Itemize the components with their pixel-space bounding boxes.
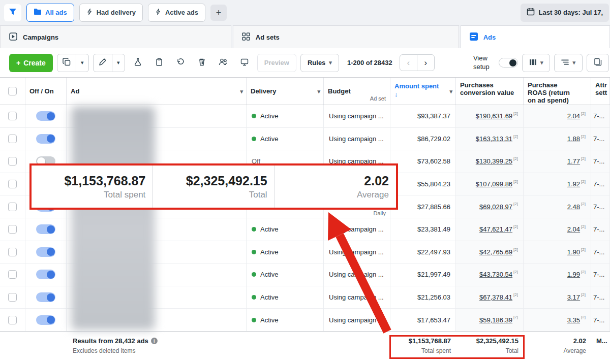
- chevron-down-icon[interactable]: ▾: [449, 87, 452, 95]
- clipboard-button[interactable]: [150, 54, 168, 72]
- roas-link[interactable]: 3.35: [567, 316, 580, 324]
- prev-page-button[interactable]: ‹: [400, 54, 417, 71]
- row-checkbox[interactable]: [8, 112, 17, 120]
- average-roas-label: Average: [529, 347, 586, 354]
- tab-label: Campaigns: [23, 34, 58, 41]
- view-setup-control: View setup: [473, 54, 518, 71]
- row-checkbox[interactable]: [8, 270, 17, 279]
- create-button[interactable]: + Create: [9, 54, 53, 72]
- table-row[interactable]: Active Using campaign ... $86,729.02 $16…: [0, 128, 610, 151]
- info-icon[interactable]: i: [151, 338, 158, 344]
- conversion-value-link[interactable]: $69,028.97: [479, 203, 512, 211]
- table-row[interactable]: Active Using campaign ... $93,387.37 $19…: [0, 105, 610, 128]
- filter-button[interactable]: [4, 4, 21, 21]
- row-checkbox[interactable]: [8, 180, 17, 188]
- row-checkbox[interactable]: [8, 203, 17, 211]
- roas-link[interactable]: 1.77: [567, 157, 580, 165]
- callout-total-spent-value: $1,153,768.87: [64, 174, 145, 188]
- tab-active-ads[interactable]: Active ads: [148, 4, 205, 22]
- ad-toggle[interactable]: [36, 247, 55, 257]
- average-roas-value: 2.02: [529, 337, 586, 345]
- edit-button[interactable]: [93, 54, 112, 72]
- active-status-dot: [252, 114, 256, 118]
- roas-link[interactable]: 1.90: [567, 248, 580, 256]
- conversion-value-link[interactable]: $190,631.69: [476, 112, 512, 120]
- edit-dropdown[interactable]: ▾: [112, 54, 125, 72]
- ad-toggle[interactable]: [36, 292, 55, 302]
- ad-toggle[interactable]: [36, 224, 55, 234]
- chevron-down-icon[interactable]: ▾: [317, 88, 320, 94]
- roas-link[interactable]: 2.48: [567, 203, 580, 211]
- tab-all-ads[interactable]: All ads: [26, 4, 74, 22]
- reports-button[interactable]: [587, 54, 609, 72]
- conversion-value-link[interactable]: $67,378.41: [479, 293, 512, 301]
- tab-label: Ads: [483, 34, 496, 41]
- roas-link[interactable]: 1.99: [567, 271, 580, 278]
- tab-ad-sets[interactable]: Ad sets: [233, 25, 459, 48]
- budget-value: Using campaign ...: [329, 271, 384, 278]
- roas-link[interactable]: 2.04: [567, 225, 580, 233]
- conversion-value-link[interactable]: $43,730.54: [479, 271, 512, 278]
- next-page-button[interactable]: ›: [417, 54, 435, 71]
- header-amount-spent[interactable]: Amount spent ↓ ▾: [390, 78, 456, 105]
- chart-button[interactable]: [236, 54, 253, 72]
- conversion-value-link[interactable]: $42,765.69: [479, 248, 512, 256]
- header-attribution: Attr sett: [591, 78, 610, 105]
- delete-button[interactable]: [193, 54, 210, 72]
- ad-toggle[interactable]: [36, 111, 55, 121]
- row-checkbox[interactable]: [8, 248, 17, 256]
- pager: ‹ ›: [400, 54, 435, 71]
- roas-link[interactable]: 1.92: [567, 180, 580, 188]
- table-row[interactable]: Active Using campaign $17,653.47 $59,186…: [0, 309, 610, 332]
- row-checkbox[interactable]: [8, 225, 17, 234]
- active-status-dot: [252, 137, 256, 141]
- conversion-value-link[interactable]: $47,621.47: [479, 225, 512, 233]
- audience-button[interactable]: [215, 54, 232, 72]
- ref-marker: [2]: [513, 105, 518, 116]
- row-checkbox[interactable]: [8, 157, 17, 166]
- ad-toggle[interactable]: [36, 315, 55, 325]
- select-all-checkbox[interactable]: [8, 87, 17, 95]
- table-row[interactable]: Active Using campaign ... $21,997.49 $43…: [0, 263, 610, 286]
- tab-label: Ad sets: [256, 34, 280, 41]
- table-row[interactable]: Active Using campaign ... $23,381.49 $47…: [0, 218, 610, 241]
- tab-ads[interactable]: Ads: [461, 25, 610, 48]
- conversion-value-link[interactable]: $107,099.86: [476, 180, 512, 188]
- rules-button[interactable]: Rules ▾: [300, 54, 339, 72]
- ad-toggle[interactable]: [36, 270, 55, 279]
- table-row[interactable]: Active Using campaign ... $21,256.03 $67…: [0, 286, 610, 309]
- ref-marker: [2]: [581, 150, 586, 161]
- add-tab-button[interactable]: +: [210, 5, 227, 21]
- total-spent-label: Total spent: [395, 347, 451, 354]
- duplicate-dropdown[interactable]: ▾: [76, 54, 89, 72]
- conversion-value-link[interactable]: $163,313.31: [476, 135, 512, 143]
- breakdown-button[interactable]: ▾: [554, 54, 583, 72]
- ad-toggle[interactable]: [36, 134, 55, 144]
- tab-campaigns[interactable]: Campaigns: [0, 25, 231, 48]
- undo-icon: [176, 58, 185, 68]
- row-checkbox[interactable]: [8, 316, 17, 324]
- preview-button[interactable]: Preview: [257, 54, 296, 72]
- roas-link[interactable]: 2.04: [567, 112, 580, 120]
- row-checkbox[interactable]: [8, 293, 17, 302]
- roas-link[interactable]: 3.17: [567, 293, 580, 301]
- undo-button[interactable]: [172, 54, 189, 72]
- conversion-value-link[interactable]: $59,186.39: [479, 316, 512, 324]
- tab-label: Active ads: [165, 9, 198, 16]
- budget-value: Using campaign ...: [329, 293, 384, 301]
- table-row[interactable]: Active Using campaign ... $22,497.93 $42…: [0, 241, 610, 264]
- row-checkbox[interactable]: [8, 135, 17, 143]
- conversion-value-link[interactable]: $130,399.25: [476, 157, 512, 165]
- chevron-down-icon[interactable]: ▾: [240, 88, 243, 94]
- view-setup-toggle[interactable]: [499, 58, 518, 68]
- duplicate-button[interactable]: [57, 54, 76, 72]
- bolt-icon: [86, 8, 93, 17]
- tab-had-delivery[interactable]: Had delivery: [79, 4, 143, 22]
- ab-test-button[interactable]: [129, 54, 146, 72]
- header-delivery[interactable]: Delivery ▾: [247, 78, 324, 105]
- roas-link[interactable]: 1.88: [567, 135, 580, 143]
- date-range-button[interactable]: Last 30 days: Jul 17,: [521, 4, 609, 22]
- header-ad[interactable]: Ad ▾: [67, 78, 247, 105]
- columns-button[interactable]: ▾: [522, 54, 551, 72]
- calendar-icon: [527, 8, 535, 17]
